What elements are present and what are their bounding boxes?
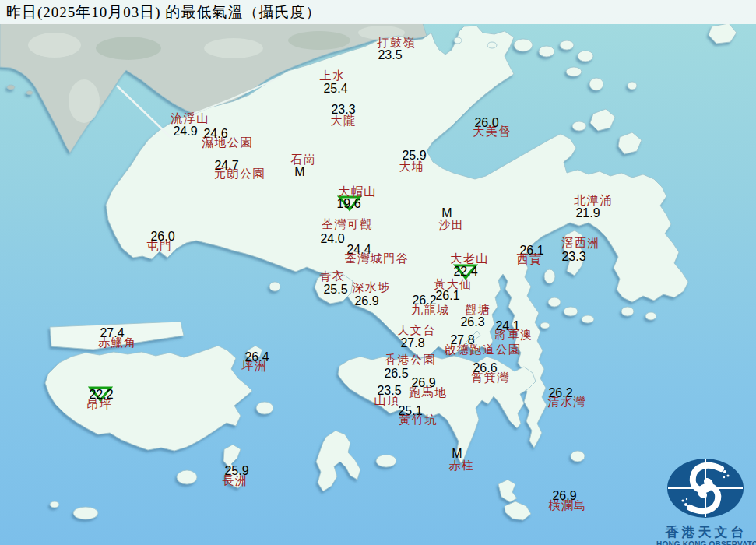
station-value: 23.5 (378, 49, 402, 62)
station-value: 26.3 (460, 316, 484, 329)
station-name: 大隴 (331, 115, 357, 127)
station-name: 元朗公園 (214, 168, 265, 180)
map-title: 昨日(2025年10月03日) 的最低氣溫（攝氏度） (6, 2, 321, 23)
station-name: 屯門 (147, 241, 173, 252)
station-name: 大美督 (473, 126, 512, 138)
hko-logo-title-en: HONG KONG OBSERVATORY (656, 540, 756, 545)
station-name: 打鼓嶺 (377, 37, 416, 49)
station-name: 赤鱲角 (98, 337, 137, 349)
station-name: 跑馬地 (409, 387, 448, 399)
station-name: 荃灣可觀 (322, 219, 373, 230)
station-name: 北潭涌 (574, 195, 613, 206)
station-name: 石崗 (291, 154, 317, 166)
station-value: 24.9 (173, 125, 197, 138)
station-name: 大帽山 (338, 186, 377, 198)
hko-logo-title-zh: 香港天文台 (656, 526, 756, 540)
station-value: M (441, 207, 452, 220)
station-name: 九龍城 (411, 304, 450, 316)
station-name: 沙田 (439, 220, 465, 231)
station-name: 上水 (320, 70, 346, 82)
station-name: 大老山 (450, 253, 489, 265)
station-value: 25.4 (323, 83, 347, 95)
station-name: 觀塘 (466, 304, 491, 316)
station-name: 長洲 (223, 475, 248, 487)
station-name: 將軍澳 (494, 329, 533, 341)
station-name: 坪洲 (242, 360, 268, 372)
station-name: 黃大仙 (434, 279, 473, 290)
station-name: 荃灣城門谷 (345, 253, 410, 265)
station-value: 24.0 (320, 233, 344, 245)
station-name: 西貢 (517, 254, 543, 265)
station-value: 19.6 (336, 198, 360, 210)
station-name: 大埔 (399, 161, 425, 173)
hko-logo: 香港天文台 HONG KONG OBSERVATORY (656, 456, 756, 545)
station-name: 清水灣 (547, 396, 586, 408)
station-value: 22.4 (453, 265, 477, 278)
station-value: 23.3 (561, 251, 585, 263)
station-layer: 23.5打鼓嶺25.4上水23.3大隴24.9流浮山24.6濕地公園24.7元朗… (0, 0, 756, 545)
station-name: 昂坪 (87, 399, 113, 410)
station-value: 26.1 (435, 290, 459, 302)
station-name: 深水埗 (352, 282, 391, 294)
station-value: M (452, 448, 462, 460)
station-name: 赤柱 (449, 460, 475, 472)
station-name: 筲箕灣 (471, 372, 510, 384)
station-value: 21.9 (575, 207, 600, 220)
station-name: 山頂 (374, 395, 400, 406)
station-name: 香港公園 (385, 354, 436, 366)
station-name: 橫瀾島 (548, 500, 587, 512)
station-name: 濕地公園 (202, 137, 253, 149)
station-value: M (294, 166, 304, 178)
title-bar: 昨日(2025年10月03日) 的最低氣溫（攝氏度） (0, 0, 756, 24)
station-value: 25.5 (323, 283, 347, 296)
hko-min-temp-map: 昨日(2025年10月03日) 的最低氣溫（攝氏度） 23.5打鼓嶺25.4上水… (0, 0, 756, 545)
station-name: 啟德跑道公園 (445, 344, 522, 356)
station-name: 黃竹坑 (399, 414, 438, 426)
station-value: 26.9 (354, 295, 378, 308)
station-name: 青衣 (320, 271, 346, 283)
hko-logo-icon (656, 456, 756, 522)
station-name: 天文台 (397, 325, 436, 336)
station-name: 流浮山 (171, 113, 209, 125)
station-value: 27.8 (400, 337, 424, 350)
station-value: 26.5 (384, 367, 408, 380)
station-name: 滘西洲 (561, 237, 600, 249)
